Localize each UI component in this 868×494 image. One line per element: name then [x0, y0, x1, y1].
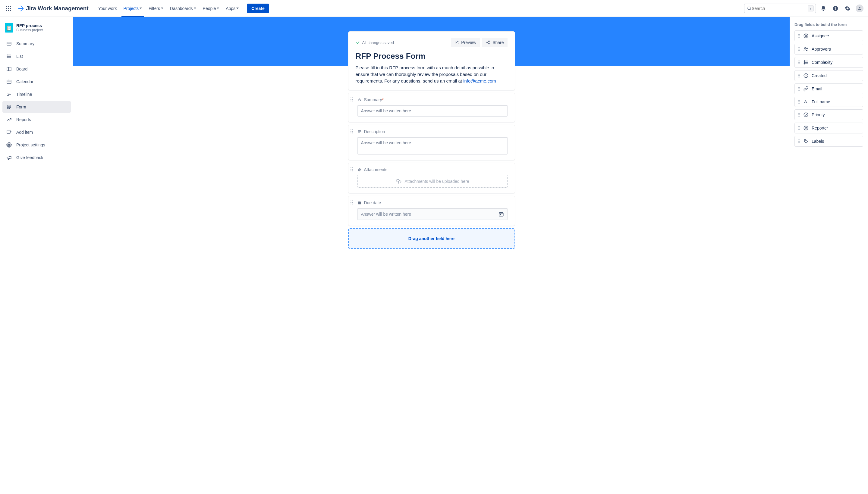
share-icon — [486, 40, 490, 44]
sidebar-item-list[interactable]: List — [2, 51, 71, 62]
svg-point-137 — [798, 128, 798, 128]
drag-field-dropzone[interactable]: Drag another field here — [348, 228, 515, 249]
sidebar-item-add-item[interactable]: Add item — [2, 127, 71, 138]
palette-item-priority[interactable]: Priority — [794, 109, 863, 120]
svg-point-0 — [6, 6, 7, 7]
palette-item-labels[interactable]: Labels — [794, 136, 863, 147]
svg-point-52 — [351, 131, 351, 132]
create-button[interactable]: Create — [247, 4, 269, 13]
user-icon — [803, 33, 809, 39]
svg-point-89 — [798, 47, 798, 48]
svg-point-139 — [798, 129, 798, 130]
field-description[interactable]: Description Answer will be written here — [348, 125, 515, 160]
add-item-icon — [6, 130, 12, 135]
svg-point-92 — [799, 49, 800, 50]
notifications-icon[interactable] — [818, 4, 828, 13]
palette-item-assignee[interactable]: Assignee — [794, 31, 863, 41]
svg-point-48 — [351, 101, 351, 101]
svg-point-101 — [798, 63, 798, 64]
sidebar-item-reports[interactable]: Reports — [2, 114, 71, 125]
svg-point-99 — [798, 62, 798, 63]
settings-icon[interactable] — [843, 4, 852, 13]
palette-item-email[interactable]: Email — [794, 83, 863, 94]
svg-point-45 — [352, 98, 353, 98]
text-icon — [357, 98, 362, 102]
svg-point-68 — [351, 202, 351, 203]
help-icon[interactable]: ? — [831, 4, 840, 13]
summary-input[interactable]: Answer will be written here — [357, 105, 507, 117]
nav-your-work[interactable]: Your work — [95, 4, 120, 13]
svg-point-127 — [799, 103, 800, 103]
nav-dashboards[interactable]: Dashboards — [167, 4, 199, 13]
svg-point-84 — [799, 36, 800, 36]
field-summary[interactable]: Summary* Answer will be written here — [348, 93, 515, 122]
form-email-link[interactable]: info@acme.com — [463, 78, 496, 83]
product-logo[interactable]: Jira Work Management — [15, 5, 92, 12]
attachments-dropzone[interactable]: Attachments will be uploaded here — [357, 175, 507, 188]
svg-rect-35 — [7, 130, 10, 133]
drag-handle-icon[interactable] — [350, 97, 353, 101]
svg-point-61 — [351, 169, 351, 170]
svg-point-70 — [351, 204, 351, 205]
svg-point-88 — [805, 35, 807, 36]
svg-point-118 — [798, 89, 798, 89]
svg-point-38 — [8, 144, 10, 146]
palette-item-approvers[interactable]: Approvers — [794, 44, 863, 55]
sidebar-item-board[interactable]: Board — [2, 63, 71, 75]
svg-rect-80 — [500, 214, 501, 215]
svg-point-54 — [351, 133, 351, 133]
nav-projects[interactable]: Projects — [120, 4, 145, 13]
sidebar-item-form[interactable]: Form — [2, 101, 71, 113]
search-input[interactable] — [752, 6, 808, 11]
nav-filters[interactable]: Filters — [146, 4, 166, 13]
search-shortcut-hint: / — [808, 5, 814, 12]
sidebar-item-feedback[interactable]: Give feedback — [2, 152, 71, 163]
project-header[interactable]: 📋 RFP process Business project — [2, 23, 71, 38]
svg-point-146 — [799, 141, 800, 141]
share-button[interactable]: Share — [482, 38, 507, 47]
palette-item-created[interactable]: Created — [794, 70, 863, 81]
profile-avatar[interactable] — [855, 4, 864, 13]
svg-point-13 — [858, 7, 860, 8]
chevron-down-icon — [194, 7, 196, 9]
sidebar-item-timeline[interactable]: Timeline — [2, 89, 71, 100]
svg-point-41 — [488, 43, 490, 44]
user-icon — [857, 6, 862, 11]
drag-handle-icon[interactable] — [350, 200, 353, 205]
form-title[interactable]: RFP Process Form — [356, 52, 507, 61]
form-description[interactable]: Please fill in this RFP process form wit… — [356, 64, 507, 84]
form-header-card: All changes saved Preview Share RFP Proc… — [348, 31, 515, 90]
svg-point-119 — [799, 89, 800, 89]
svg-point-147 — [798, 142, 798, 143]
svg-point-124 — [798, 101, 798, 102]
svg-point-129 — [799, 113, 800, 114]
svg-point-49 — [352, 101, 353, 101]
calendar-picker-icon[interactable] — [498, 211, 504, 217]
sidebar-item-calendar[interactable]: Calendar — [2, 76, 71, 87]
svg-line-10 — [750, 10, 751, 10]
chevron-down-icon — [236, 7, 239, 9]
search-box[interactable]: / — [744, 4, 816, 13]
drag-handle-icon[interactable] — [350, 129, 353, 133]
field-due-date[interactable]: Due date Answer will be written here — [348, 196, 515, 226]
app-switcher-icon[interactable] — [4, 4, 13, 13]
svg-point-133 — [799, 116, 800, 117]
field-attachments[interactable]: Attachments Attachments will be uploaded… — [348, 163, 515, 193]
due-date-input[interactable]: Answer will be written here — [357, 208, 507, 220]
preview-button[interactable]: Preview — [451, 38, 480, 47]
sidebar-item-project-settings[interactable]: Project settings — [2, 139, 71, 151]
description-input[interactable]: Answer will be written here — [357, 137, 507, 154]
drag-handle-icon — [798, 60, 800, 64]
svg-rect-25 — [7, 80, 11, 84]
palette-item-reporter[interactable]: Reporter — [794, 122, 863, 133]
drag-handle-icon[interactable] — [350, 167, 353, 171]
chevron-down-icon — [217, 7, 219, 9]
nav-people[interactable]: People — [200, 4, 222, 13]
svg-point-55 — [352, 133, 353, 133]
nav-apps[interactable]: Apps — [223, 4, 242, 13]
sidebar-item-summary[interactable]: Summary — [2, 38, 71, 50]
svg-point-44 — [351, 98, 351, 98]
user-icon — [803, 125, 809, 131]
palette-item-full-name[interactable]: Full name — [794, 97, 863, 107]
palette-item-complexity[interactable]: 123Complexity — [794, 57, 863, 68]
